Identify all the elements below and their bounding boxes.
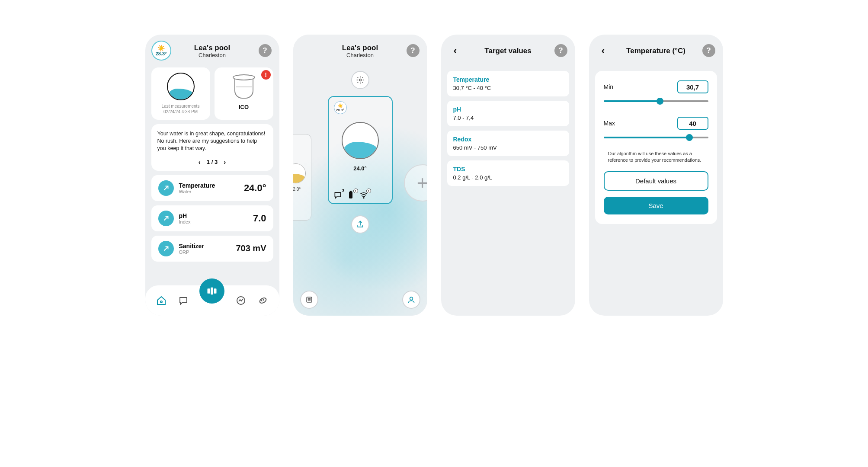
page-title: Temperature (°C) <box>626 47 685 55</box>
back-button[interactable]: ‹ <box>449 44 462 57</box>
nav-home-icon[interactable] <box>156 295 167 306</box>
svg-rect-1 <box>208 288 210 294</box>
target-item-redox[interactable]: Redox 650 mV - 750 mV <box>447 131 569 156</box>
battery-icon: ! <box>346 190 356 200</box>
metric-name: Temperature <box>179 182 244 189</box>
nav-chat-icon[interactable] <box>178 295 189 306</box>
share-icon <box>356 220 365 229</box>
min-label: Min <box>604 83 614 90</box>
svg-point-5 <box>259 297 267 304</box>
target-item-ph[interactable]: pH 7,0 - 7,4 <box>447 101 569 126</box>
header: ☀️ 28.3° Lea's pool Charleston ? <box>151 41 273 61</box>
page-title: Lea's pool <box>194 44 230 52</box>
add-pool-button[interactable]: + <box>404 164 427 202</box>
metric-value: 24.0° <box>244 182 266 194</box>
metric-sub: Index <box>179 219 253 224</box>
settings-button[interactable] <box>351 71 369 89</box>
nav-test-icon[interactable] <box>257 295 269 306</box>
pool-icon-secondary <box>293 163 306 183</box>
pool-icon <box>342 122 379 159</box>
messages-icon[interactable]: 3 <box>333 190 343 200</box>
settings-card: Min Max Our algorithm will use these val… <box>595 71 717 224</box>
nav-fab-pools[interactable] <box>199 278 224 304</box>
share-button[interactable] <box>351 215 369 234</box>
max-input[interactable] <box>677 117 708 130</box>
screen-dashboard: ☀️ 28.3° Lea's pool Charleston ? Last me… <box>145 35 279 316</box>
svg-point-11 <box>410 297 413 300</box>
svg-point-6 <box>359 79 361 81</box>
measurements-time: 02/24/24 4:38 PM <box>162 109 200 115</box>
help-button[interactable]: ? <box>407 44 420 57</box>
screen-temperature-settings: ‹ Temperature (°C) ? Min Max <box>589 35 723 316</box>
pager-count: 1 / 3 <box>207 159 218 165</box>
help-button[interactable]: ? <box>554 44 567 57</box>
metric-value: 7.0 <box>253 213 266 224</box>
back-button[interactable]: ‹ <box>597 44 610 57</box>
target-range: 0,2 g/L - 2,0 g/L <box>453 174 563 181</box>
list-icon <box>305 295 314 304</box>
target-item-tds[interactable]: TDS 0,2 g/L - 2,0 g/L <box>447 160 569 186</box>
metric-name: Sanitizer <box>179 243 236 249</box>
page-subtitle: Charleston <box>342 52 378 58</box>
nav-trends-icon[interactable] <box>235 295 247 306</box>
list-button[interactable] <box>300 291 318 309</box>
metric-sub: Water <box>179 189 244 194</box>
max-slider[interactable] <box>604 133 708 142</box>
pager-prev[interactable]: ‹ <box>197 157 202 167</box>
sun-icon: ☀️ <box>338 103 343 108</box>
trend-up-icon <box>158 211 174 226</box>
svg-rect-7 <box>349 192 352 198</box>
advice-card: Your water is in great shape, congratula… <box>151 124 273 171</box>
pool-icon <box>167 73 195 100</box>
trend-up-icon <box>158 180 174 196</box>
target-name: TDS <box>453 166 563 173</box>
svg-point-0 <box>160 301 162 303</box>
target-range: 7,0 - 7,4 <box>453 115 563 121</box>
profile-button[interactable] <box>402 291 420 309</box>
page-title: Lea's pool <box>342 44 378 52</box>
svg-rect-3 <box>214 288 217 294</box>
target-range: 30,7 °C - 40 °C <box>453 85 563 91</box>
metric-value: 703 mV <box>236 243 266 253</box>
wifi-icon: ! <box>359 190 368 200</box>
trend-up-icon <box>158 241 174 256</box>
bottom-nav <box>145 285 279 316</box>
help-button[interactable]: ? <box>702 44 715 57</box>
metric-sanitizer[interactable]: Sanitizer ORP 703 mV <box>151 236 273 262</box>
target-item-temperature[interactable]: Temperature 30,7 °C - 40 °C <box>447 71 569 96</box>
pool-card-secondary[interactable]: 28.2 22.0° <box>293 134 311 221</box>
target-name: Temperature <box>453 76 563 83</box>
screen-pools-overview: Lea's pool Charleston ? 28.2 22.0° ☀️ 28… <box>293 35 427 316</box>
measurements-caption: Last measurements 02/24/24 4:38 PM <box>162 104 200 115</box>
default-values-button[interactable]: Default values <box>604 171 708 191</box>
pager-next[interactable]: › <box>222 157 227 167</box>
metric-ph[interactable]: pH Index 7.0 <box>151 205 273 231</box>
min-input[interactable] <box>677 80 708 93</box>
secondary-temp: 22.0° <box>293 187 301 192</box>
status-icons: 3 ! ! <box>333 190 368 200</box>
ico-tile[interactable]: ! ICO <box>215 67 273 120</box>
metric-temperature[interactable]: Temperature Water 24.0° <box>151 175 273 201</box>
screen-target-values: ‹ Target values ? Temperature 30,7 °C - … <box>441 35 575 316</box>
metric-sub: ORP <box>179 249 236 255</box>
target-name: Redox <box>453 136 563 143</box>
pool-card-primary[interactable]: ☀️ 28.3° 24.0° 3 ! ! <box>328 96 393 204</box>
weather-badge[interactable]: ☀️ 28.3° <box>151 41 171 61</box>
weather-temperature: 28.3° <box>156 51 167 56</box>
pager: ‹ 1 / 3 › <box>157 157 267 167</box>
min-slider[interactable] <box>604 97 708 106</box>
primary-temp: 24.0° <box>353 165 367 172</box>
user-icon <box>407 295 416 304</box>
help-button[interactable]: ? <box>259 44 272 57</box>
measurements-tile[interactable]: Last measurements 02/24/24 4:38 PM <box>151 67 210 120</box>
sun-icon: ☀️ <box>157 45 165 51</box>
header: Lea's pool Charleston ? <box>299 41 421 61</box>
weather-badge-mini: ☀️ 28.3° <box>334 101 347 114</box>
advice-text: Your water is in great shape, congratula… <box>157 130 267 152</box>
ico-label: ICO <box>239 104 249 110</box>
helper-text: Our algorithm will use these values as a… <box>604 150 708 163</box>
header: ‹ Target values ? <box>447 41 569 61</box>
svg-point-9 <box>363 198 364 198</box>
save-button[interactable]: Save <box>604 197 708 214</box>
svg-rect-8 <box>350 191 352 192</box>
